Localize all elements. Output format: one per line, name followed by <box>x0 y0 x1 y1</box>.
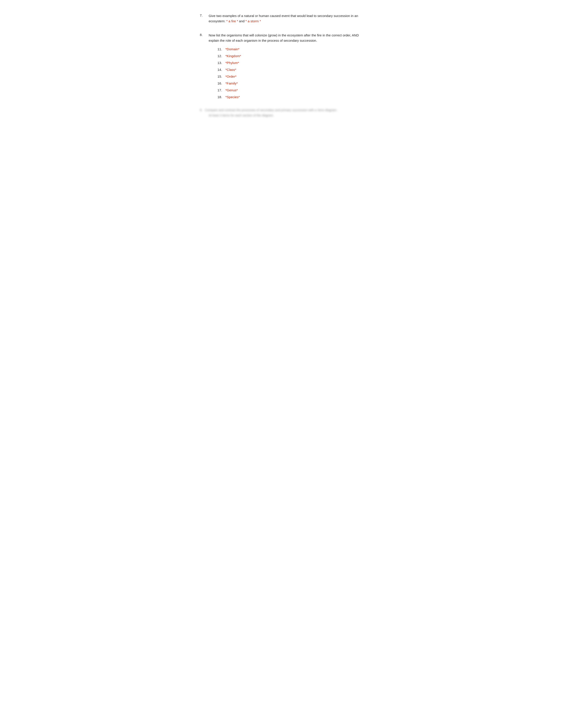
question-7-answer2-prefix: * <box>244 19 248 23</box>
blurred-text-1: Compare and contrast the processes of se… <box>205 108 337 112</box>
list-item: 13. *Phylum* <box>217 61 363 65</box>
blurred-text-2: At least 3 items for each section of the… <box>209 114 274 117</box>
sub-item-16-answer: *Family* <box>225 81 238 85</box>
sub-item-18-answer: *Species* <box>225 95 240 99</box>
sub-item-16-number: 16. <box>217 81 225 85</box>
blurred-number: 9. <box>200 108 205 112</box>
question-7-answer2: a storm <box>248 19 259 23</box>
sub-item-13-answer: *Phylum* <box>225 61 239 65</box>
question-7-answer1-suffix: * <box>236 19 238 23</box>
sub-items-list: 11. *Domain* 12. *Kingdom* 13. *Phylum* … <box>217 47 363 99</box>
sub-item-17-answer: *Genus* <box>225 88 238 92</box>
question-8-row: 8. Now list the organisms that will colo… <box>200 33 363 43</box>
question-7-answer1-prefix: * <box>226 19 228 23</box>
question-8-block: 8. Now list the organisms that will colo… <box>200 33 363 99</box>
list-item: 11. *Domain* <box>217 47 363 51</box>
question-7-number: 7. <box>200 13 209 17</box>
sub-item-14-answer: *Class* <box>225 68 236 71</box>
question-7-block: 7. Give two examples of a natural or hum… <box>200 13 363 24</box>
list-item: 17. *Genus* <box>217 88 363 92</box>
sub-item-17-number: 17. <box>217 88 225 92</box>
sub-item-14-number: 14. <box>217 68 225 71</box>
list-item: 14. *Class* <box>217 68 363 71</box>
sub-item-11-answer: *Domain* <box>225 47 239 51</box>
sub-item-15-answer: *Order* <box>225 75 236 78</box>
question-7-answer2-suffix: * <box>259 19 261 23</box>
blurred-question-block: 9. Compare and contrast the processes of… <box>200 108 363 118</box>
sub-item-12-number: 12. <box>217 54 225 58</box>
sub-item-18-number: 18. <box>217 95 225 99</box>
list-item: 12. *Kingdom* <box>217 54 363 58</box>
question-8-text: Now list the organisms that will coloniz… <box>209 33 363 43</box>
question-7-connector: and <box>238 19 244 23</box>
sub-item-15-number: 15. <box>217 75 225 78</box>
list-item: 16. *Family* <box>217 81 363 85</box>
question-8-number: 8. <box>200 33 209 37</box>
list-item: 18. *Species* <box>217 95 363 99</box>
question-7-text: Give two examples of a natural or human … <box>209 13 363 24</box>
blurred-line-1: 9. Compare and contrast the processes of… <box>200 108 363 113</box>
question-7-row: 7. Give two examples of a natural or hum… <box>200 13 363 24</box>
sub-item-12-answer: *Kingdom* <box>225 54 241 58</box>
blurred-line-2: At least 3 items for each section of the… <box>200 113 363 118</box>
list-item: 15. *Order* <box>217 75 363 78</box>
sub-item-11-number: 11. <box>217 47 225 51</box>
sub-item-13-number: 13. <box>217 61 225 65</box>
question-7-answer1: a fire <box>228 19 236 23</box>
